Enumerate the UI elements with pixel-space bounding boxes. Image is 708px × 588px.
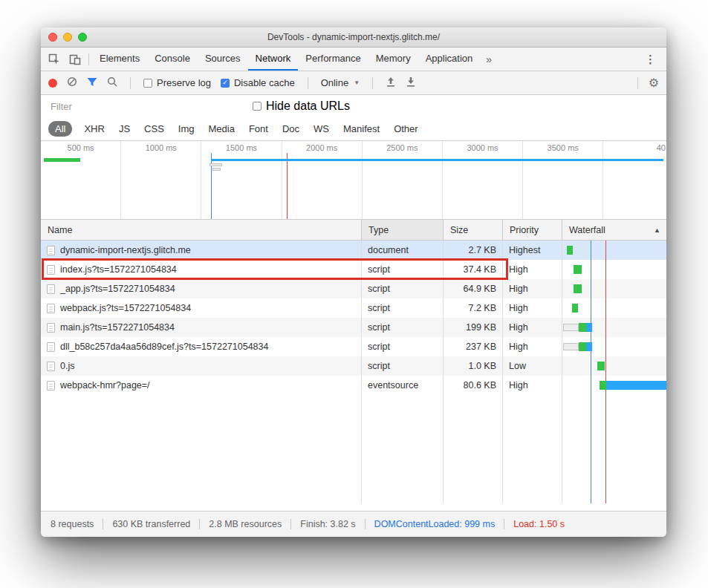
divider: [290, 519, 291, 529]
throttling-dropdown[interactable]: Online ▼: [321, 77, 360, 88]
type-filter-img[interactable]: Img: [176, 121, 197, 137]
column-header-size[interactable]: Size: [444, 220, 503, 240]
table-row[interactable]: index.js?ts=1572271054834 script 37.4 KB…: [41, 260, 666, 279]
waterfall-bar: [597, 362, 605, 370]
request-name: dynamic-import-nextjs.glitch.me: [60, 245, 191, 255]
waterfall-bar: [579, 342, 586, 351]
request-name: index.js?ts=1572271054834: [60, 264, 177, 275]
table-row[interactable]: webpack.js?ts=1572271054834 script 7.2 K…: [41, 298, 666, 318]
tab-elements[interactable]: Elements: [92, 48, 147, 71]
request-name: main.js?ts=1572271054834: [60, 322, 175, 333]
tab-performance[interactable]: Performance: [298, 48, 368, 71]
priority-cell: High: [503, 298, 562, 318]
timeline-overview[interactable]: 500 ms 1000 ms 1500 ms 2000 ms 2500 ms 3…: [41, 141, 666, 220]
clear-network-log-icon[interactable]: [67, 76, 77, 89]
column-header-waterfall[interactable]: Waterfall ▲: [562, 220, 666, 240]
type-cell: script: [362, 260, 444, 279]
waterfall-cell: [562, 376, 666, 395]
waterfall-bar: [606, 381, 666, 390]
priority-cell: High: [503, 318, 562, 337]
size-cell: 199 KB: [444, 318, 503, 337]
waterfall-bar: [563, 343, 579, 350]
timeline-label: 500 ms: [41, 141, 121, 219]
type-filter-other[interactable]: Other: [392, 121, 420, 137]
waterfall-cell: [562, 260, 666, 279]
export-har-icon[interactable]: [406, 76, 416, 90]
network-toolbar: Preserve log Disable cache Online ▼ ⚙: [41, 71, 666, 95]
resources-size: 2.8 MB resources: [209, 519, 282, 529]
checkbox-icon[interactable]: [221, 79, 230, 88]
type-filter-doc[interactable]: Doc: [280, 121, 302, 137]
column-header-name[interactable]: Name: [41, 220, 362, 240]
filter-input[interactable]: [49, 100, 208, 113]
sort-ascending-icon[interactable]: ▲: [654, 226, 660, 234]
zoom-window-button[interactable]: [78, 33, 87, 42]
size-cell: 237 KB: [444, 337, 503, 356]
checkbox-icon[interactable]: [143, 79, 152, 88]
waterfall-bar: [567, 246, 573, 255]
close-window-button[interactable]: [48, 33, 57, 42]
type-filter-font[interactable]: Font: [247, 121, 270, 137]
disable-cache-checkbox[interactable]: Disable cache: [221, 77, 295, 88]
tab-network[interactable]: Network: [248, 48, 299, 71]
table-row[interactable]: 0.js script 1.0 KB Low: [41, 356, 666, 376]
tab-memory[interactable]: Memory: [368, 48, 418, 71]
more-tabs-icon[interactable]: »: [480, 48, 498, 71]
inspect-element-icon[interactable]: [44, 50, 65, 69]
name-cell: dll_b58c257da4aa56d89cef.js?ts=157227105…: [41, 337, 362, 356]
table-row[interactable]: dll_b58c257da4aa56d89cef.js?ts=157227105…: [41, 337, 666, 356]
type-filter-all[interactable]: All: [48, 121, 72, 137]
column-header-priority[interactable]: Priority: [503, 220, 562, 240]
type-cell: script: [362, 356, 444, 376]
waterfall-cell: [562, 356, 666, 376]
table-row[interactable]: main.js?ts=1572271054834 script 199 KB H…: [41, 318, 666, 337]
devtools-menu-icon[interactable]: ⋮: [637, 48, 663, 71]
priority-cell: High: [503, 279, 562, 298]
record-network-log-button[interactable]: [48, 79, 57, 88]
overview-bar: [211, 159, 663, 161]
file-icon: [47, 381, 55, 391]
type-filter-media[interactable]: Media: [206, 121, 236, 137]
tab-sources[interactable]: Sources: [198, 48, 248, 71]
file-icon: [47, 304, 55, 313]
waterfall-cell: [562, 318, 666, 337]
size-cell: 7.2 KB: [444, 298, 503, 318]
preserve-log-checkbox[interactable]: Preserve log: [143, 77, 211, 88]
minimize-window-button[interactable]: [63, 33, 72, 42]
search-icon[interactable]: [107, 76, 117, 89]
hide-data-urls-checkbox[interactable]: Hide data URLs: [253, 99, 350, 113]
checkbox-icon[interactable]: [253, 102, 262, 111]
filter-funnel-icon[interactable]: [87, 77, 97, 89]
name-cell: dynamic-import-nextjs.glitch.me: [41, 241, 362, 260]
table-row[interactable]: dynamic-import-nextjs.glitch.me document…: [41, 241, 666, 260]
devtools-tabbar: Elements Console Sources Network Perform…: [41, 48, 666, 71]
empty-table-area: [41, 395, 666, 503]
name-cell: 0.js: [41, 356, 362, 376]
type-cell: script: [362, 279, 444, 298]
type-filter-xhr[interactable]: XHR: [82, 121, 106, 137]
type-filter-css[interactable]: CSS: [142, 121, 166, 137]
table-row[interactable]: webpack-hmr?page=/ eventsource 80.6 KB H…: [41, 376, 666, 395]
priority-cell: Highest: [503, 241, 562, 260]
tab-application[interactable]: Application: [418, 48, 481, 71]
type-filter-ws[interactable]: WS: [311, 121, 331, 137]
type-cell: script: [362, 337, 444, 356]
disable-cache-label: Disable cache: [234, 77, 295, 88]
waterfall-bar: [572, 304, 578, 313]
column-header-type[interactable]: Type: [362, 220, 444, 240]
divider: [637, 77, 638, 89]
type-filter-manifest[interactable]: Manifest: [341, 121, 382, 137]
priority-cell: High: [503, 337, 562, 356]
table-row[interactable]: _app.js?ts=1572271054834 script 64.9 KB …: [41, 279, 666, 298]
gear-icon[interactable]: ⚙: [649, 76, 659, 90]
device-toolbar-icon[interactable]: [65, 50, 85, 69]
network-status-bar: 8 requests 630 KB transferred 2.8 MB res…: [41, 511, 666, 537]
timeline-label: 1000 ms: [121, 141, 201, 219]
type-filter-js[interactable]: JS: [117, 121, 132, 137]
titlebar: DevTools - dynamic-import-nextjs.glitch.…: [41, 27, 666, 48]
requests-count: 8 requests: [51, 519, 94, 529]
import-har-icon[interactable]: [386, 76, 396, 90]
requests-table-body: dynamic-import-nextjs.glitch.me document…: [41, 241, 666, 511]
tab-console[interactable]: Console: [147, 48, 198, 71]
type-cell: script: [362, 298, 444, 318]
